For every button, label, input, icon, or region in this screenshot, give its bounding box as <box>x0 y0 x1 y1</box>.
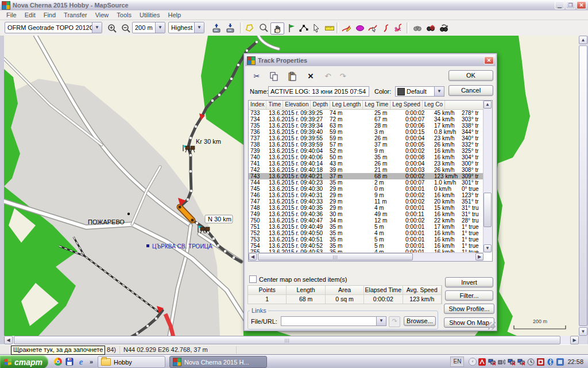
restore-button[interactable]: ❐ <box>566 1 575 9</box>
zoom-tool-icon[interactable] <box>257 22 270 33</box>
track-points-table[interactable]: IndexTimeElevationDepthLeg LengthLeg Tim… <box>248 100 493 262</box>
start-button[interactable]: старт <box>0 355 48 368</box>
chevron-down-icon[interactable]: ▼ <box>434 87 444 96</box>
scroll-down-icon[interactable]: ▼ <box>579 327 587 336</box>
table-row[interactable]: 748 13.6.2015 г. 09:40:35 29 m 4 m 0:00:… <box>249 205 493 211</box>
cancel-button[interactable]: Cancel <box>448 85 493 96</box>
column-header[interactable]: Leg Length <box>330 101 363 109</box>
chevron-down-icon[interactable]: ▼ <box>155 22 165 33</box>
table-row[interactable]: 752 13.6.2015 г. 09:40:50 35 m 4 m 0:00:… <box>249 230 493 236</box>
receive-from-device-icon[interactable] <box>224 22 237 33</box>
column-header[interactable]: Elevation <box>283 101 311 109</box>
zoom-scale-combo[interactable]: 200 m ▼ <box>132 22 165 33</box>
table-row[interactable]: 745 13.6.2015 г. 09:40:30 29 m 0 m 0:00:… <box>249 186 493 192</box>
scroll-left-icon[interactable]: ◀ <box>249 253 257 260</box>
copy-icon[interactable] <box>267 72 281 83</box>
browse-button[interactable]: Browse... <box>404 316 436 326</box>
scroll-right-icon[interactable]: ▶ <box>570 336 579 344</box>
map-vertical-scrollbar[interactable]: ▲ ▼ <box>579 36 587 336</box>
scroll-right-icon[interactable]: ▶ <box>475 253 483 260</box>
delete-icon[interactable]: ✕ <box>304 72 318 83</box>
scroll-down-icon[interactable]: ▼ <box>483 244 492 252</box>
window-titlebar[interactable]: Nova Cherna 2015 Hobby - MapSource ▁ ❐ ✕ <box>0 0 588 10</box>
redo-icon[interactable]: ↷ <box>336 72 350 83</box>
scroll-left-icon[interactable]: ◀ <box>4 336 13 344</box>
column-header[interactable]: Leg Co <box>423 101 445 109</box>
chevron-icon[interactable]: » <box>86 356 96 367</box>
table-row[interactable]: 742 13.6.2015 г. 09:40:18 39 m 21 m 0:00… <box>249 167 493 173</box>
open-link-icon[interactable]: ↷ <box>389 316 400 327</box>
select-map-tool-icon[interactable] <box>243 22 256 33</box>
table-row[interactable]: 744 13.6.2015 г. 09:40:23 35 m 2 m 0:00:… <box>249 179 493 186</box>
map-horizontal-scrollbar[interactable]: ◀ ||| ▶ <box>4 336 579 344</box>
track-name-input[interactable]: ACTIVE LOG: 13 юни 2015 07:54 <box>268 86 369 97</box>
ie-icon[interactable]: e <box>76 356 86 367</box>
menu-item[interactable]: Tools <box>113 11 136 19</box>
route-edit-icon[interactable] <box>380 22 392 33</box>
usb-device-icon[interactable] <box>556 358 564 366</box>
network-disabled-icon[interactable] <box>488 358 496 366</box>
zoom-in-icon[interactable] <box>106 22 118 33</box>
table-row[interactable]: 750 13.6.2015 г. 09:40:47 34 m 12 m 0:00… <box>249 217 493 224</box>
table-row[interactable]: 743 13.6.2015 г. 09:40:21 37 m 68 m 0:00… <box>249 173 493 179</box>
menu-item[interactable]: Edit <box>21 11 40 19</box>
table-row[interactable]: 751 13.6.2015 г. 09:40:49 35 m 5 m 0:00:… <box>249 224 493 230</box>
language-indicator[interactable]: EN <box>450 356 464 367</box>
center-map-checkbox-row[interactable]: Center map on selected item(s) <box>249 275 347 283</box>
wireless-icon[interactable] <box>497 358 506 366</box>
menu-item[interactable]: File <box>2 11 21 19</box>
send-to-device-icon[interactable] <box>210 22 223 33</box>
undo-icon[interactable]: ↶ <box>321 72 335 83</box>
table-row[interactable]: 747 13.6.2015 г. 09:40:33 29 m 11 m 0:00… <box>249 198 493 205</box>
resize-grip[interactable] <box>488 322 496 329</box>
draw-track-icon[interactable] <box>340 22 353 33</box>
horizontal-scroll-thumb[interactable]: ||| <box>14 336 560 344</box>
taskbar-clock[interactable]: 22:58 <box>567 358 583 365</box>
dialog-close-icon[interactable]: ✕ <box>484 56 494 64</box>
find-nearest-icon[interactable] <box>424 22 437 33</box>
paste-icon[interactable] <box>285 72 299 83</box>
network-disabled-icon[interactable] <box>507 358 516 366</box>
scroll-up-icon[interactable]: ▲ <box>579 36 587 44</box>
avira-icon[interactable] <box>478 358 486 366</box>
horizontal-scroll-thumb[interactable]: ||| <box>258 253 413 260</box>
table-row[interactable]: 737 13.6.2015 г. 09:39:55 59 m 26 m 0:00… <box>249 135 493 141</box>
track-divide-icon[interactable] <box>393 22 405 33</box>
close-button[interactable]: ✕ <box>577 1 586 9</box>
dialog-titlebar[interactable]: Track Properties ✕ <box>245 55 496 66</box>
zoom-out-icon[interactable] <box>119 22 132 33</box>
menu-item[interactable]: View <box>91 11 113 19</box>
network-disabled-icon[interactable] <box>517 358 525 366</box>
table-horizontal-scrollbar[interactable]: ◀ ||| ▶ <box>249 252 483 261</box>
chevron-down-icon[interactable]: ▼ <box>194 22 204 33</box>
menu-item[interactable]: Help <box>164 11 185 19</box>
column-header[interactable]: Leg Time <box>363 101 390 109</box>
table-row[interactable]: 749 13.6.2015 г. 09:40:36 30 m 49 m 0:00… <box>249 211 493 217</box>
table-row[interactable]: 733 13.6.2015 г. 09:39:25 74 m 25 m 0:00… <box>249 110 493 116</box>
show-on-map-button[interactable]: Show On Map <box>444 317 494 328</box>
filter-button[interactable]: Filter... <box>445 290 493 301</box>
cut-icon[interactable]: ✂ <box>250 72 264 83</box>
floppy-icon[interactable] <box>64 356 75 367</box>
chevron-down-icon[interactable]: ▼ <box>376 317 386 325</box>
map-product-combo[interactable]: OFRM Geotrade TOPO 2012Q4 CYR ▼ <box>5 22 102 33</box>
vertical-scroll-thumb[interactable] <box>579 45 587 326</box>
selection-arrow-icon[interactable] <box>310 22 323 33</box>
table-vertical-scrollbar[interactable]: ▲ ▼ <box>483 101 492 252</box>
menu-item[interactable]: Utilities <box>136 11 164 19</box>
hide-icons-chevron-icon[interactable]: ‹ <box>468 358 477 366</box>
table-row[interactable]: 754 13.6.2015 г. 09:40:52 35 m 5 m 0:00:… <box>249 243 493 249</box>
chevron-down-icon[interactable]: ▼ <box>92 22 102 33</box>
menu-item[interactable]: Find <box>40 11 60 19</box>
column-header[interactable]: Time <box>266 101 283 109</box>
ok-button[interactable]: OK <box>448 70 493 81</box>
chrome-icon[interactable] <box>53 356 63 367</box>
table-row[interactable]: 739 13.6.2015 г. 09:40:04 52 m 9 m 0:00:… <box>249 148 493 154</box>
bluetooth-icon[interactable] <box>546 358 555 366</box>
route-tool-icon[interactable] <box>297 22 310 33</box>
table-body[interactable]: 733 13.6.2015 г. 09:39:25 74 m 25 m 0:00… <box>249 110 493 262</box>
ati-icon[interactable] <box>536 358 545 366</box>
find-recent-icon[interactable] <box>438 22 450 33</box>
vertical-scroll-thumb[interactable] <box>483 193 492 227</box>
table-row[interactable]: 738 13.6.2015 г. 09:39:59 57 m 37 m 0:00… <box>249 141 493 148</box>
